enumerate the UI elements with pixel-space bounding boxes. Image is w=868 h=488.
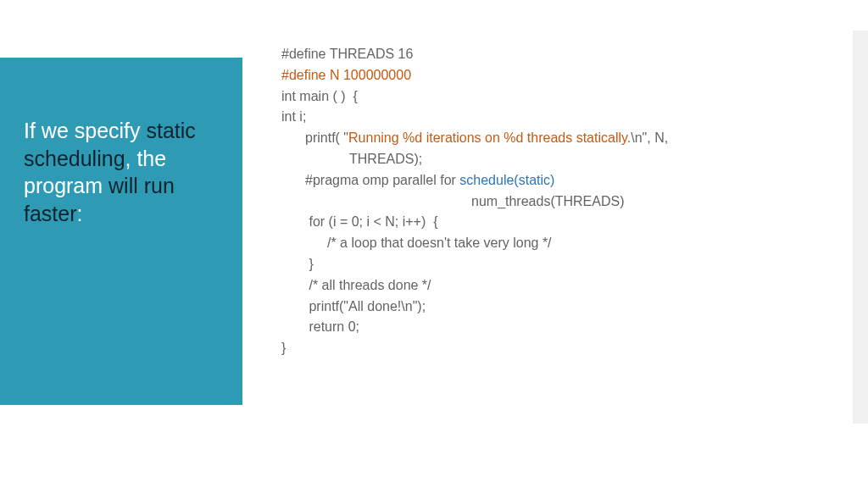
code-line: #define THREADS 16	[281, 44, 824, 65]
code-line: #define N 100000000	[281, 65, 824, 86]
title-panel: If we specify static scheduling, the pro…	[0, 58, 242, 405]
code-span: \n", N,	[631, 130, 668, 145]
code-line: }	[281, 254, 824, 275]
code-span: Running %d iterations on %d threads stat…	[348, 130, 631, 145]
code-line: int i;	[281, 107, 824, 128]
code-line: int main ( ) {	[281, 86, 824, 108]
slide: If we specify static scheduling, the pro…	[0, 0, 868, 488]
code-line: #pragma omp parallel for schedule(static…	[281, 170, 824, 191]
code-span: printf( "	[305, 130, 348, 145]
title-text-3: :	[77, 202, 83, 225]
code-line: printf( "Running %d iterations on %d thr…	[281, 128, 824, 149]
code-line: return 0;	[281, 317, 824, 338]
code-line: /* all threads done */	[281, 275, 824, 297]
code-line: }	[281, 338, 824, 359]
scrollbar-track[interactable]	[853, 30, 868, 424]
code-span: schedule(static)	[459, 173, 554, 187]
code-line: printf("All done!\n");	[281, 297, 824, 318]
code-block: #define THREADS 16 #define N 100000000 i…	[281, 44, 824, 359]
title-text-1: If we specify	[24, 119, 147, 142]
code-line: for (i = 0; i < N; i++) {	[281, 212, 824, 233]
code-line: num_threads(THREADS)	[281, 191, 824, 213]
code-line: THREADS);	[281, 149, 824, 170]
code-span: #pragma omp parallel for	[305, 173, 459, 187]
code-line: /* a loop that doesn't take very long */	[281, 233, 824, 254]
